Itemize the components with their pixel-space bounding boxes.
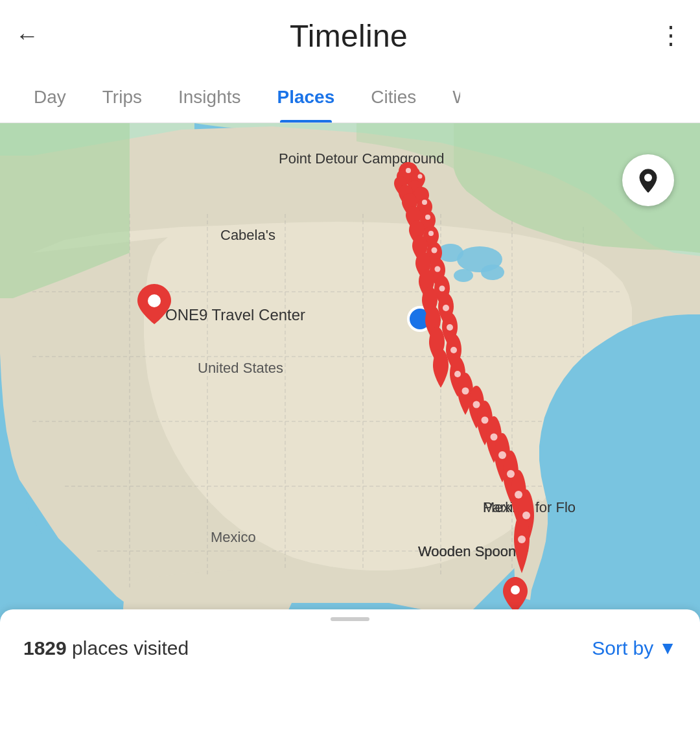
tabs-bar: Day Trips Insights Places Cities W bbox=[0, 71, 700, 123]
sort-button[interactable]: Sort by ▼ bbox=[592, 637, 677, 659]
places-count-text: 1829 places visited bbox=[23, 637, 189, 659]
svg-point-25 bbox=[428, 231, 434, 236]
svg-point-36 bbox=[491, 434, 498, 441]
menu-button[interactable]: ⋮ bbox=[659, 21, 684, 50]
tab-day[interactable]: Day bbox=[16, 71, 84, 123]
location-icon bbox=[635, 167, 662, 194]
svg-point-22 bbox=[418, 174, 423, 179]
bottom-panel: 1829 places visited Sort by ▼ bbox=[0, 609, 700, 687]
svg-point-23 bbox=[422, 200, 427, 205]
svg-point-26 bbox=[432, 248, 438, 253]
svg-point-28 bbox=[439, 286, 445, 292]
back-button[interactable]: ← bbox=[16, 24, 39, 47]
page-title: Timeline bbox=[290, 18, 408, 54]
svg-point-27 bbox=[435, 266, 441, 272]
tab-cities[interactable]: Cities bbox=[353, 71, 434, 123]
svg-point-35 bbox=[482, 417, 489, 424]
svg-point-40 bbox=[522, 512, 530, 519]
svg-point-29 bbox=[443, 305, 449, 311]
svg-point-34 bbox=[473, 401, 480, 408]
svg-point-39 bbox=[515, 491, 522, 499]
tab-places[interactable]: Places bbox=[259, 71, 353, 123]
svg-point-30 bbox=[447, 324, 453, 331]
panel-handle bbox=[331, 617, 369, 621]
svg-point-38 bbox=[507, 470, 515, 478]
svg-point-32 bbox=[454, 371, 461, 377]
svg-point-24 bbox=[425, 215, 430, 220]
tab-insights[interactable]: Insights bbox=[160, 71, 259, 123]
svg-point-31 bbox=[450, 347, 457, 353]
map-container[interactable]: Point Detour Campground Cabela's ONE9 Tr… bbox=[0, 123, 700, 687]
pins-cluster bbox=[0, 123, 700, 687]
svg-point-42 bbox=[644, 174, 652, 182]
tab-w[interactable]: W bbox=[434, 71, 460, 123]
tab-trips[interactable]: Trips bbox=[84, 71, 160, 123]
sort-arrow-icon: ▼ bbox=[659, 638, 677, 659]
svg-point-41 bbox=[518, 535, 526, 543]
svg-point-20 bbox=[511, 585, 520, 594]
header: ← Timeline ⋮ bbox=[0, 0, 700, 71]
location-button[interactable] bbox=[622, 154, 674, 206]
svg-point-21 bbox=[406, 168, 411, 173]
svg-point-37 bbox=[498, 451, 506, 459]
svg-point-33 bbox=[462, 388, 469, 395]
